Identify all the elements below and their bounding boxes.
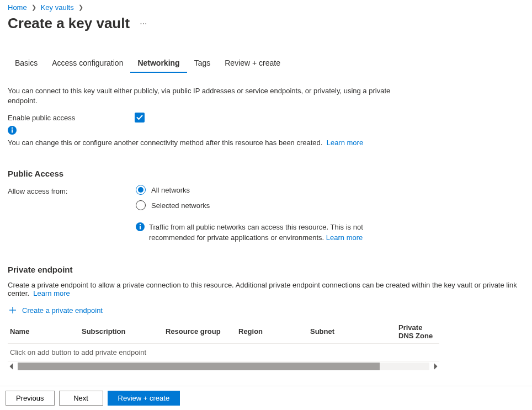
learn-more-link[interactable]: Learn more: [33, 289, 70, 297]
breadcrumb-home[interactable]: Home: [8, 3, 27, 12]
col-subnet: Subnet: [308, 320, 396, 344]
previous-button[interactable]: Previous: [6, 391, 55, 406]
check-icon: [136, 114, 143, 121]
col-subscription: Subscription: [79, 320, 163, 344]
svg-rect-1: [12, 130, 13, 133]
connectivity-note-text: You can change this or configure another…: [8, 139, 322, 147]
private-endpoint-table: Name Subscription Resource group Region …: [8, 320, 439, 361]
scrollbar-track[interactable]: [18, 363, 429, 370]
private-endpoint-heading: Private endpoint: [8, 265, 524, 274]
private-endpoint-desc: Create a private endpoint to allow a pri…: [8, 281, 524, 297]
page-title: Create a key vault: [8, 15, 130, 32]
info-icon: [8, 126, 17, 135]
tab-basics[interactable]: Basics: [8, 55, 45, 73]
allow-access-from-label: Allow access from:: [8, 185, 136, 195]
col-name: Name: [8, 320, 79, 344]
col-resource-group: Resource group: [163, 320, 236, 344]
create-private-endpoint-button[interactable]: Create a private endpoint: [9, 306, 103, 315]
footer-bar: Previous Next Review + create: [0, 386, 532, 410]
chevron-right-icon: ❯: [31, 4, 36, 11]
radio-all-networks-label: All networks: [151, 186, 190, 194]
svg-point-2: [12, 127, 13, 129]
review-create-button[interactable]: Review + create: [108, 391, 180, 406]
next-button[interactable]: Next: [59, 391, 103, 406]
scroll-right-icon[interactable]: [432, 363, 439, 370]
enable-public-access-checkbox[interactable]: [135, 113, 145, 123]
enable-public-access-label: Enable public access: [8, 114, 135, 122]
tab-networking[interactable]: Networking: [130, 55, 187, 73]
tab-access-configuration[interactable]: Access configuration: [45, 55, 130, 73]
svg-rect-4: [140, 226, 141, 230]
connectivity-note: You can change this or configure another…: [8, 139, 524, 147]
learn-more-link[interactable]: Learn more: [327, 139, 363, 147]
tab-review-create[interactable]: Review + create: [217, 55, 288, 73]
table-empty-message: Click on add button to add private endpo…: [8, 343, 439, 361]
svg-point-5: [140, 224, 141, 225]
tab-bar: Basics Access configuration Networking T…: [8, 55, 524, 73]
scrollbar-thumb[interactable]: [18, 363, 380, 370]
intro-text: You can connect to this key vault either…: [8, 86, 394, 106]
public-access-heading: Public Access: [8, 169, 524, 178]
breadcrumb-key-vaults[interactable]: Key vaults: [41, 3, 74, 12]
radio-all-networks[interactable]: All networks: [136, 185, 390, 195]
more-actions-icon[interactable]: ···: [140, 19, 147, 28]
radio-icon: [136, 185, 146, 195]
radio-icon: [136, 200, 146, 210]
info-icon: [136, 222, 145, 231]
col-private-dns-zone: Private DNS Zone: [396, 320, 439, 344]
radio-selected-networks[interactable]: Selected networks: [136, 200, 390, 210]
table-row: Click on add button to add private endpo…: [8, 343, 439, 361]
create-private-endpoint-label: Create a private endpoint: [22, 306, 103, 315]
public-access-warning: Traffic from all public networks can acc…: [149, 222, 390, 242]
radio-selected-networks-label: Selected networks: [151, 201, 210, 210]
chevron-right-icon: ❯: [78, 4, 83, 11]
plus-icon: [9, 306, 17, 314]
scroll-left-icon[interactable]: [8, 363, 15, 370]
table-header-row: Name Subscription Resource group Region …: [8, 320, 439, 344]
horizontal-scrollbar[interactable]: [8, 363, 439, 370]
col-region: Region: [236, 320, 308, 344]
breadcrumb: Home ❯ Key vaults ❯: [8, 3, 524, 12]
private-endpoint-desc-text: Create a private endpoint to allow a pri…: [8, 281, 517, 297]
learn-more-link[interactable]: Learn more: [326, 233, 363, 242]
tab-tags[interactable]: Tags: [187, 55, 218, 73]
